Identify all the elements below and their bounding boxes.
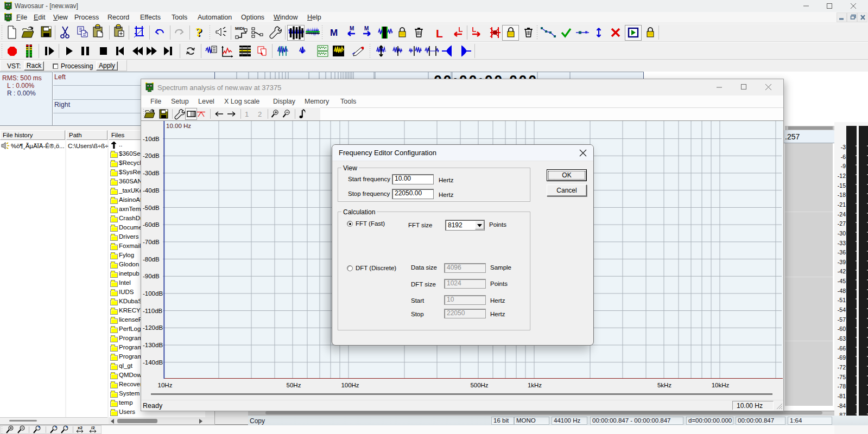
svg-text:/2: /2: [91, 425, 95, 430]
svg-text:1: 1: [245, 110, 249, 118]
svg-text:x2: x2: [78, 425, 83, 430]
svg-text:2: 2: [258, 110, 262, 118]
svg-text:MIDI: MIDI: [235, 26, 244, 31]
svg-text:L: L: [436, 27, 443, 40]
svg-text:M: M: [364, 25, 369, 31]
svg-text:M: M: [330, 28, 338, 38]
svg-text:?: ?: [195, 25, 202, 39]
svg-text:M: M: [350, 25, 354, 31]
